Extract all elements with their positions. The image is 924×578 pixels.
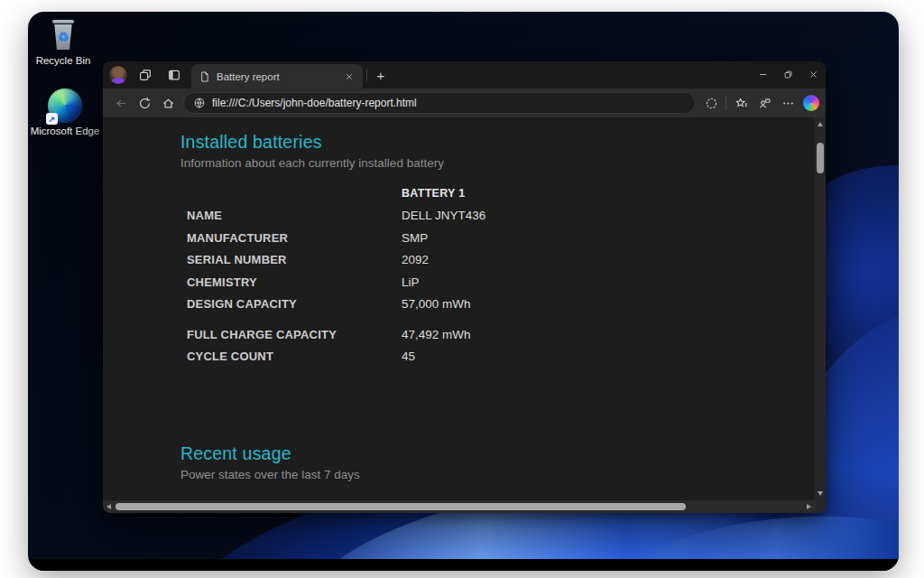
close-icon [345,72,354,81]
scroll-left-arrow-icon[interactable] [106,504,111,509]
recent-usage-section: Recent usage Power states over the last … [180,443,815,481]
workspaces-button[interactable] [134,64,156,86]
edge-browser-window: Battery report + [103,61,826,513]
restore-icon [783,70,793,79]
feedback-icon [758,97,772,110]
vertical-tabs-icon [167,68,181,82]
section-title: Installed batteries [180,132,815,153]
taskbar[interactable] [28,559,899,571]
profile-avatar[interactable] [109,66,127,84]
feedback-button[interactable] [753,91,776,115]
table-row: DESIGN CAPACITY 57,000 mWh [187,294,815,316]
table-row: MANUFACTURER SMP [187,227,815,249]
refresh-icon [138,97,152,110]
section-subtitle: Power states over the last 7 days [180,468,815,481]
rewards-badge-icon [705,97,718,110]
rewards-button[interactable] [699,91,723,115]
table-header-row: BATTERY 1 [187,182,815,205]
recycle-bin-icon: ♻ [48,20,79,52]
globe-icon [193,97,206,109]
battery-column-header: BATTERY 1 [402,187,466,200]
edge-icon: ↗ [48,89,82,123]
minimize-icon [758,70,768,79]
battery-report-page: Installed batteries Information about ea… [103,117,826,500]
vertical-scrollbar[interactable] [815,117,826,500]
ellipsis-icon [781,97,795,110]
home-button[interactable] [156,91,180,115]
vertical-scrollbar-thumb[interactable] [817,143,824,173]
section-subtitle: Information about each currently install… [180,156,815,170]
desktop-icon-label: Microsoft Edge [30,126,100,137]
window-controls [750,61,826,87]
table-row: CHEMISTRY LiP [187,271,815,294]
refresh-button[interactable] [133,91,156,115]
url-text: file:///C:/Users/john-doe/battery-report… [212,97,417,109]
back-arrow-icon [115,97,128,110]
favorites-star-icon [735,97,748,110]
table-row: CYCLE COUNT 45 [187,346,815,368]
close-icon [808,70,818,79]
restore-button[interactable] [775,61,800,87]
battery-table: BATTERY 1 NAME DELL JNYT436 MANUFACTURER… [187,182,815,368]
horizontal-scrollbar[interactable] [103,500,826,513]
scroll-down-arrow-icon[interactable] [818,491,823,496]
scroll-right-arrow-icon[interactable] [807,504,811,509]
table-row: FULL CHARGE CAPACITY 47,492 mWh [187,323,815,346]
table-row: NAME DELL JNYT436 [187,205,815,228]
shortcut-arrow-icon: ↗ [46,113,58,125]
tab-close-button[interactable] [341,69,357,85]
browser-tab-battery-report[interactable]: Battery report [191,64,363,89]
back-button[interactable] [109,91,133,115]
document-icon [199,70,210,83]
workspaces-icon [138,68,152,82]
desktop: ♻ Recycle Bin ↗ Microsoft Edge [28,12,899,571]
table-row: SERIAL NUMBER 2092 [187,249,815,272]
section-title: Recent usage [180,443,815,464]
tab-actions-button[interactable] [163,64,185,86]
desktop-icon-label: Recycle Bin [28,55,98,67]
home-icon [162,97,175,110]
desktop-icon-recycle-bin[interactable]: ♻ Recycle Bin [28,20,98,67]
horizontal-scrollbar-thumb[interactable] [116,503,686,510]
tab-title: Battery report [217,71,341,82]
desktop-icon-microsoft-edge[interactable]: ↗ Microsoft Edge [30,89,100,137]
address-bar[interactable]: file:///C:/Users/john-doe/battery-report… [183,92,696,114]
new-tab-button[interactable]: + [371,65,391,85]
tab-divider [366,69,367,81]
favorites-button[interactable] [729,91,753,115]
scroll-up-arrow-icon[interactable] [818,122,823,126]
settings-menu-button[interactable] [776,91,799,115]
toolbar-divider [725,96,726,110]
tab-strip: Battery report + [103,61,826,89]
installed-batteries-section: Installed batteries Information about ea… [180,117,815,170]
copilot-icon[interactable] [803,95,819,111]
close-window-button[interactable] [800,61,826,87]
browser-toolbar: file:///C:/Users/john-doe/battery-report… [103,89,826,117]
minimize-button[interactable] [750,61,775,87]
